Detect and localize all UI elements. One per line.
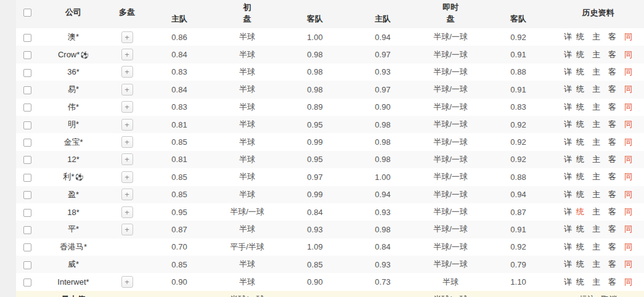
row-checkbox[interactable]	[23, 261, 31, 269]
history-link-stats[interactable]: 统	[576, 206, 584, 218]
company-name[interactable]: 平*	[68, 224, 79, 234]
row-checkbox[interactable]	[23, 209, 31, 217]
history-link-stats[interactable]: 统	[576, 102, 584, 113]
history-link-away[interactable]: 客	[608, 154, 616, 165]
row-checkbox[interactable]	[23, 226, 31, 234]
history-link-same[interactable]: 同	[624, 171, 632, 182]
history-link-detail[interactable]: 详	[564, 84, 572, 95]
history-link-detail[interactable]: 详	[564, 242, 572, 253]
row-checkbox[interactable]	[23, 279, 31, 287]
history-link-home[interactable]: 主	[592, 277, 600, 288]
row-checkbox[interactable]	[23, 156, 31, 164]
expand-multi-button[interactable]: +	[121, 84, 133, 96]
company-name[interactable]: 伟*	[68, 102, 79, 112]
history-link-away[interactable]: 客	[608, 171, 616, 182]
history-link-detail[interactable]: 详	[564, 49, 572, 60]
history-link-home[interactable]: 主	[592, 171, 600, 182]
company-name[interactable]: 盈*	[68, 190, 79, 199]
history-link-home[interactable]: 主	[592, 102, 600, 113]
history-link-home[interactable]: 主	[592, 137, 600, 148]
history-link-stats[interactable]: 统	[576, 31, 584, 43]
company-name[interactable]: Crow*	[58, 50, 79, 59]
history-link-same[interactable]: 同	[624, 119, 632, 130]
history-link-same[interactable]: 同	[624, 154, 632, 165]
history-link-away[interactable]: 客	[608, 67, 616, 78]
history-link-detail[interactable]: 详	[564, 67, 572, 78]
history-link-stats[interactable]: 统	[576, 189, 584, 200]
history-link-home[interactable]: 主	[592, 31, 600, 43]
expand-multi-button[interactable]: +	[121, 31, 133, 43]
history-link-stats[interactable]: 统	[576, 154, 584, 165]
history-link-home[interactable]: 主	[592, 119, 600, 130]
company-name[interactable]: 12*	[67, 155, 79, 164]
company-name[interactable]: 易*	[68, 84, 79, 94]
select-all-checkbox[interactable]	[23, 9, 31, 17]
history-link-away[interactable]: 客	[608, 119, 616, 130]
row-checkbox[interactable]	[23, 243, 31, 251]
expand-multi-button[interactable]: +	[121, 153, 133, 165]
company-name[interactable]: 香港马*	[60, 242, 87, 251]
expand-multi-button[interactable]: +	[121, 206, 133, 218]
history-link-same[interactable]: 同	[624, 137, 632, 148]
history-link-same[interactable]: 同	[624, 224, 632, 235]
history-link-detail[interactable]: 详	[564, 102, 572, 113]
history-link-away[interactable]: 客	[608, 259, 616, 270]
history-link-stats[interactable]: 统	[576, 259, 584, 270]
row-checkbox[interactable]	[23, 104, 31, 112]
history-link-stats[interactable]: 统	[576, 171, 584, 182]
cancel-link[interactable]: 取消	[601, 294, 618, 297]
row-checkbox[interactable]	[23, 191, 31, 199]
company-name[interactable]: 金宝*	[63, 137, 83, 147]
expand-multi-button[interactable]: +	[121, 119, 133, 131]
history-link-stats[interactable]: 统	[576, 224, 584, 235]
history-link-home[interactable]: 主	[592, 49, 600, 60]
history-link-same[interactable]: 同	[624, 259, 632, 270]
company-name[interactable]: 18*	[67, 208, 79, 217]
history-link-away[interactable]: 客	[608, 84, 616, 95]
history-link-same[interactable]: 同	[624, 206, 632, 218]
expand-multi-button[interactable]: +	[121, 171, 133, 183]
expand-multi-button[interactable]: +	[121, 136, 133, 148]
history-link-home[interactable]: 主	[592, 224, 600, 235]
history-link-home[interactable]: 主	[592, 189, 600, 200]
expand-multi-button[interactable]: +	[121, 66, 133, 78]
company-name[interactable]: 明*	[68, 120, 79, 129]
history-link-detail[interactable]: 详	[564, 154, 572, 165]
row-checkbox[interactable]	[23, 174, 31, 182]
company-name[interactable]: 澳*	[68, 32, 79, 41]
history-link-home[interactable]: 主	[592, 67, 600, 78]
history-link-away[interactable]: 客	[608, 224, 616, 235]
history-link-detail[interactable]: 详	[564, 259, 572, 270]
history-link-same[interactable]: 同	[624, 102, 632, 113]
history-link-detail[interactable]: 详	[564, 189, 572, 200]
history-link-home[interactable]: 主	[592, 242, 600, 253]
history-link-same[interactable]: 同	[624, 67, 632, 78]
row-checkbox[interactable]	[23, 69, 31, 77]
history-link-same[interactable]: 同	[624, 49, 632, 60]
history-link-stats[interactable]: 统	[576, 277, 584, 288]
history-link-same[interactable]: 同	[624, 189, 632, 200]
expand-multi-button[interactable]: +	[121, 224, 133, 235]
history-link-stats[interactable]: 统	[576, 242, 584, 253]
company-name[interactable]: 利*	[63, 172, 75, 181]
history-link-away[interactable]: 客	[608, 31, 616, 43]
row-checkbox[interactable]	[23, 51, 31, 59]
row-checkbox[interactable]	[23, 86, 31, 94]
history-link-away[interactable]: 客	[608, 49, 616, 60]
history-link-stats[interactable]: 统	[576, 84, 584, 95]
history-link-detail[interactable]: 详	[564, 224, 572, 235]
history-link-away[interactable]: 客	[608, 277, 616, 288]
expand-multi-button[interactable]: +	[121, 101, 133, 113]
expand-multi-button[interactable]: +	[121, 49, 133, 60]
history-link-detail[interactable]: 详	[564, 137, 572, 148]
history-link-detail[interactable]: 详	[564, 31, 572, 43]
history-link-detail[interactable]: 详	[564, 206, 572, 218]
history-link-away[interactable]: 客	[608, 102, 616, 113]
company-name[interactable]: Interwet*	[57, 277, 89, 287]
history-link-away[interactable]: 客	[608, 206, 616, 218]
history-link-stats[interactable]: 统	[576, 137, 584, 148]
history-link-home[interactable]: 主	[592, 84, 600, 95]
history-link-home[interactable]: 主	[592, 154, 600, 165]
expand-multi-button[interactable]: +	[121, 189, 133, 200]
row-checkbox[interactable]	[23, 121, 31, 129]
